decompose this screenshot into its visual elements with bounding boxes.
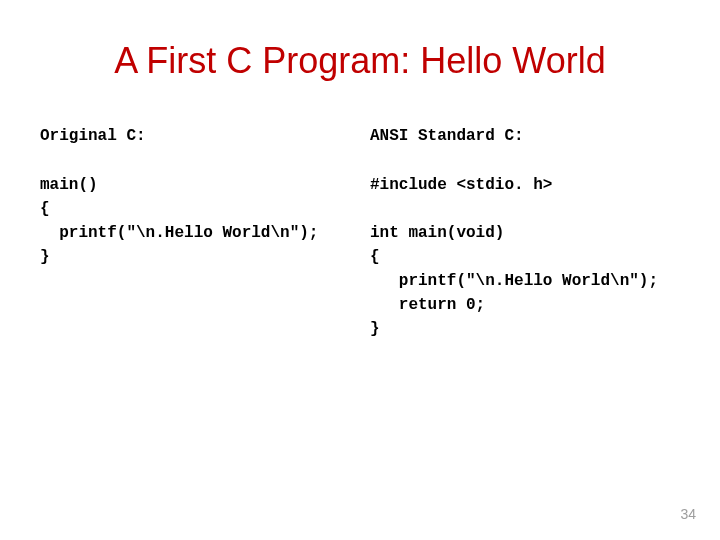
right-header: ANSI Standard C: bbox=[370, 127, 680, 145]
page-number: 34 bbox=[680, 506, 696, 522]
left-code-block: main() { printf("\n.Hello World\n"); } bbox=[40, 173, 350, 269]
left-header: Original C: bbox=[40, 127, 350, 145]
slide-title: A First C Program: Hello World bbox=[40, 40, 680, 82]
slide-container: A First C Program: Hello World Original … bbox=[0, 0, 720, 540]
left-column: Original C: main() { printf("\n.Hello Wo… bbox=[40, 127, 350, 341]
right-column: ANSI Standard C: #include <stdio. h> int… bbox=[370, 127, 680, 341]
right-code-block: #include <stdio. h> int main(void) { pri… bbox=[370, 173, 680, 341]
code-columns: Original C: main() { printf("\n.Hello Wo… bbox=[40, 127, 680, 341]
